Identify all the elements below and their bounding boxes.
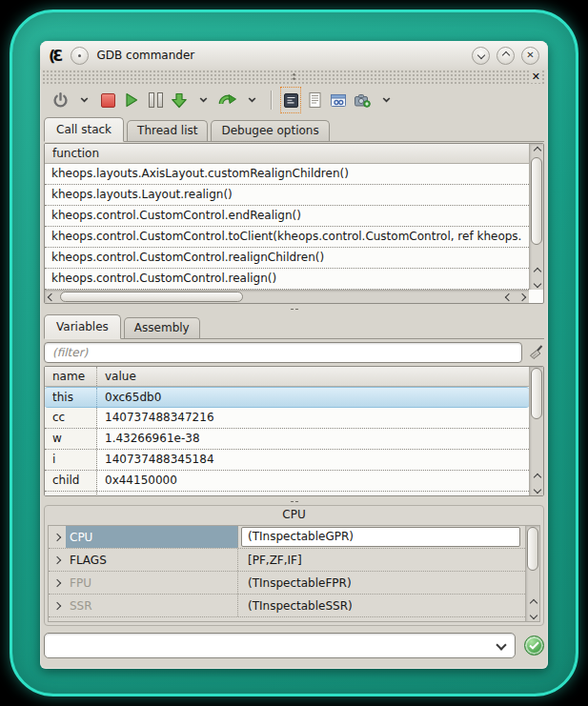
pause-button[interactable]: [147, 89, 164, 111]
variable-row[interactable]: i 140737488345184: [45, 450, 529, 471]
callstack-row[interactable]: kheops.layouts.AxisLayout.customRealignC…: [45, 164, 529, 185]
tab-variables[interactable]: Variables: [44, 314, 121, 339]
cpu-row-fpu[interactable]: FPU (TInspectableFPR): [49, 572, 525, 595]
window-menu-button[interactable]: [71, 47, 89, 65]
scrollbar-thumb[interactable]: [531, 157, 542, 245]
variable-row[interactable]: w 1.43266961e-38: [45, 429, 529, 450]
splitter-handle[interactable]: [44, 304, 544, 313]
power-button[interactable]: [51, 89, 69, 111]
variable-row-selected[interactable]: this 0xc65db0: [45, 387, 529, 408]
register-group-name: FPU: [66, 572, 238, 594]
cpu-groupbox: CPU CPU (TInspectableGPR) FLAGS [PF,ZF,I…: [44, 505, 544, 626]
expander-button[interactable]: [49, 557, 66, 563]
add-watchpoint-button[interactable]: [354, 89, 371, 111]
variable-name: w: [45, 429, 97, 449]
register-value-field[interactable]: (TInspectableGPR): [241, 527, 520, 547]
run-button[interactable]: [123, 89, 140, 111]
window-title: GDB commander: [96, 49, 194, 62]
camera-plus-icon: [355, 93, 371, 108]
scrollbar-thumb[interactable]: [60, 292, 243, 302]
callstack-vertical-scrollbar[interactable]: [529, 144, 543, 290]
scroll-down-button[interactable]: [530, 277, 544, 290]
shade-button[interactable]: [472, 47, 490, 65]
document-icon: [308, 92, 322, 108]
scroll-down-button[interactable]: [526, 609, 540, 621]
pause-icon: [149, 92, 163, 108]
memory-view-icon: [284, 93, 298, 108]
cpu-row-ssr[interactable]: SSR (TInspectableSSR): [49, 595, 525, 617]
scroll-left-button[interactable]: [502, 291, 516, 304]
send-command-button[interactable]: [524, 635, 544, 656]
app-logo-icon: (Ɛ: [49, 47, 63, 65]
column-header-value[interactable]: value: [97, 367, 543, 386]
chevron-up-icon: [529, 598, 537, 606]
variable-row[interactable]: cc 140737488347216: [45, 408, 529, 429]
close-icon: ✕: [526, 50, 534, 60]
tab-assembly[interactable]: Assembly: [124, 317, 200, 338]
chevron-down-icon: [533, 279, 540, 287]
scrollbar-thumb[interactable]: [531, 368, 542, 419]
register-value: (TInspectableFPR): [238, 576, 525, 590]
scroll-up-button[interactable]: [526, 596, 540, 609]
dock-close-button[interactable]: ✕: [530, 71, 542, 83]
scroll-right-button[interactable]: [516, 291, 529, 304]
clear-filter-broom-icon[interactable]: [528, 345, 544, 360]
column-header-name[interactable]: name: [45, 367, 97, 386]
filter-row: [44, 341, 544, 364]
step-in-button[interactable]: [171, 89, 188, 111]
show-output-button[interactable]: [306, 89, 323, 111]
unshade-button[interactable]: [497, 47, 515, 65]
command-bar: [44, 632, 544, 658]
step-over-dropdown-button[interactable]: [243, 89, 260, 111]
watchpoint-dropdown-button[interactable]: [377, 89, 395, 111]
power-dropdown-button[interactable]: [75, 89, 92, 111]
chevron-up-icon: [533, 146, 540, 153]
scroll-up-button[interactable]: [530, 144, 544, 156]
tab-call-stack[interactable]: Call stack: [44, 117, 124, 142]
show-cpu-memory-button[interactable]: [282, 89, 299, 111]
callstack-row[interactable]: kheops.control.CustomControl.endRealign(…: [45, 206, 529, 227]
cpu-row-flags[interactable]: FLAGS [PF,ZF,IF]: [49, 549, 525, 572]
variables-panel: name value this 0xc65db0 cc 140737488347…: [44, 366, 544, 496]
curved-arrow-icon: [218, 92, 236, 108]
grip-dots-icon: [290, 500, 299, 503]
callstack-row[interactable]: kheops.layouts.Layout.realign(): [45, 185, 529, 206]
close-window-button[interactable]: ✕: [521, 47, 539, 65]
scroll-left-button[interactable]: [45, 291, 58, 304]
play-icon: [125, 92, 138, 108]
stop-button[interactable]: [99, 89, 116, 111]
scroll-up-button[interactable]: [530, 471, 544, 483]
filter-input[interactable]: [44, 342, 522, 363]
step-in-dropdown-button[interactable]: [194, 89, 212, 111]
callstack-column-header[interactable]: function: [45, 144, 543, 164]
callstack-row[interactable]: kheops.control.CustomControl.realign(): [45, 269, 529, 290]
step-over-button[interactable]: [218, 89, 236, 111]
titlebar[interactable]: (Ɛ GDB commander ✕: [40, 41, 548, 70]
cpu-row-cpu[interactable]: CPU (TInspectableGPR): [49, 526, 525, 549]
expander-button[interactable]: [49, 535, 66, 540]
variable-row[interactable]: h 1.43266961e-38: [45, 492, 529, 495]
scroll-down-button[interactable]: [530, 483, 544, 495]
tab-thread-list[interactable]: Thread list: [127, 120, 208, 141]
scrollbar-thumb[interactable]: [527, 527, 538, 571]
scroll-up-button[interactable]: [530, 265, 544, 277]
variable-value: 1.43266961e-38: [97, 429, 529, 449]
callstack-row[interactable]: kheops.control.CustomControl.toClient(kh…: [45, 227, 529, 248]
dock-titlebar[interactable]: ✕: [42, 70, 546, 84]
variable-row[interactable]: child 0x44150000: [45, 471, 529, 492]
dock-grip-icon: [293, 72, 295, 81]
variable-value: 0x44150000: [97, 471, 529, 491]
tab-debugee-options[interactable]: Debugee options: [211, 120, 329, 141]
gdb-command-combobox[interactable]: [44, 633, 516, 658]
callstack-row[interactable]: kheops.control.CustomControl.realignChil…: [45, 248, 529, 269]
variables-vertical-scrollbar[interactable]: [529, 367, 543, 495]
show-watches-button[interactable]: [330, 89, 347, 111]
check-icon: [529, 641, 539, 650]
expander-button[interactable]: [49, 580, 66, 586]
gdb-command-input[interactable]: [52, 637, 497, 653]
expander-button[interactable]: [49, 603, 66, 609]
cpu-vertical-scrollbar[interactable]: [525, 526, 539, 621]
callstack-horizontal-scrollbar[interactable]: [45, 290, 529, 303]
variable-value: 1.43266961e-38: [97, 492, 529, 495]
chevron-right-icon: [518, 293, 526, 301]
